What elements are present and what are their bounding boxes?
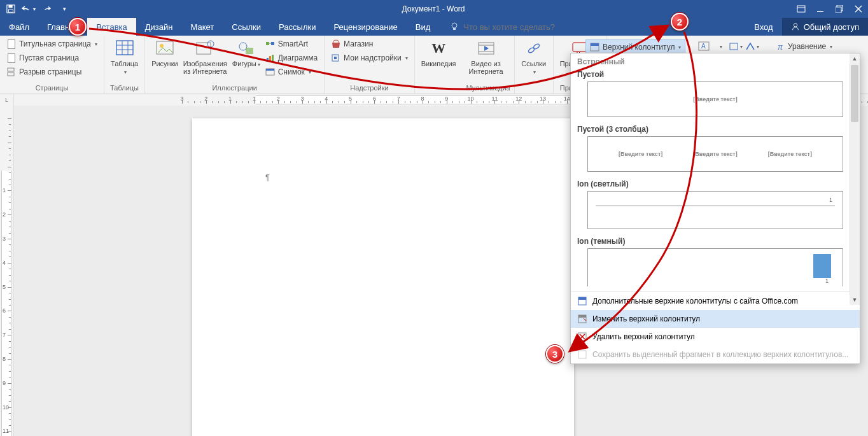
group-media: Видео изИнтернета Мультимедиа bbox=[463, 36, 515, 94]
screenshot-button[interactable]: Снимок▾ bbox=[263, 65, 320, 79]
text-tools-2: ▾ ▾ bbox=[728, 39, 760, 53]
cover-page-button[interactable]: Титульная страница▾ bbox=[4, 37, 100, 51]
callout-badge-1: 1 bbox=[69, 18, 87, 36]
tab-review[interactable]: Рецензирование bbox=[325, 18, 406, 36]
tab-view[interactable]: Вид bbox=[407, 18, 440, 36]
svg-rect-2 bbox=[9, 10, 13, 12]
minimize-button[interactable] bbox=[811, 0, 830, 18]
save-selection-gallery: Сохранить выделенный фрагмент в коллекци… bbox=[571, 346, 860, 363]
ribbon-display-button[interactable] bbox=[792, 0, 811, 18]
svg-rect-26 bbox=[266, 42, 269, 45]
svg-rect-27 bbox=[271, 42, 274, 45]
page[interactable] bbox=[192, 118, 574, 436]
gallery-scrollbar[interactable]: ▲ ▼ bbox=[850, 53, 860, 305]
tab-mailings[interactable]: Рассылки bbox=[270, 18, 325, 36]
group-illustrations-label: Иллюстрации bbox=[149, 83, 320, 94]
svg-rect-33 bbox=[266, 69, 274, 71]
remove-header[interactable]: Удалить верхний колонтитул bbox=[571, 328, 860, 346]
quick-access-toolbar: ▾ ▾ bbox=[0, 1, 75, 17]
equation-button[interactable]: π Уравнение▾ bbox=[773, 39, 835, 53]
gallery-item-ion-light[interactable]: Ion (светлый) 1 bbox=[571, 177, 860, 234]
svg-rect-15 bbox=[116, 41, 133, 55]
quick-parts-button[interactable]: ▾ bbox=[728, 39, 743, 53]
svg-rect-1 bbox=[9, 5, 13, 8]
group-links: Ссылки▾ bbox=[515, 36, 554, 94]
tab-insert[interactable]: Вставка bbox=[87, 18, 136, 36]
store-button[interactable]: Магазин bbox=[328, 37, 410, 51]
tab-file[interactable]: Файл bbox=[0, 18, 38, 36]
my-addins-button[interactable]: Мои надстройки▾ bbox=[328, 51, 410, 65]
svg-rect-22 bbox=[197, 43, 211, 54]
close-button[interactable] bbox=[849, 0, 868, 18]
svg-point-12 bbox=[794, 24, 797, 27]
svg-rect-3 bbox=[797, 6, 805, 12]
scroll-thumb[interactable] bbox=[851, 65, 858, 122]
svg-rect-50 bbox=[578, 315, 586, 318]
svg-rect-11 bbox=[453, 28, 456, 30]
ruler-corner[interactable]: L bbox=[0, 94, 14, 106]
svg-rect-35 bbox=[334, 57, 337, 59]
pictures-button[interactable]: Рисунки bbox=[149, 37, 181, 69]
window-controls bbox=[792, 0, 868, 18]
svg-rect-7 bbox=[836, 7, 841, 13]
scroll-down-icon[interactable]: ▼ bbox=[850, 295, 860, 305]
svg-rect-30 bbox=[269, 56, 271, 62]
svg-rect-43 bbox=[591, 43, 599, 46]
svg-point-10 bbox=[452, 23, 457, 28]
save-button[interactable] bbox=[3, 1, 19, 17]
qat-customize-button[interactable]: ▾ bbox=[56, 1, 73, 17]
svg-rect-48 bbox=[578, 297, 586, 300]
vertical-ruler[interactable]: 123456789101112 bbox=[0, 94, 14, 436]
gallery-item-blank[interactable]: Пустой [Введите текст] bbox=[571, 67, 860, 122]
svg-rect-41 bbox=[573, 43, 587, 52]
tab-design[interactable]: Дизайн bbox=[136, 18, 182, 36]
edit-header[interactable]: Изменить верхний колонтитул bbox=[571, 310, 860, 328]
header-gallery-dropdown: ▲ ▼ Встроенный Пустой [Введите текст] Пу… bbox=[570, 53, 860, 364]
ribbon-tabs: Файл Главная Вставка Дизайн Макет Ссылки… bbox=[0, 18, 868, 36]
svg-text:A: A bbox=[701, 43, 706, 50]
group-media-label: Мультимедиа bbox=[466, 83, 510, 94]
restore-button[interactable] bbox=[830, 0, 849, 18]
page-break-button[interactable]: Разрыв страницы bbox=[4, 65, 100, 79]
undo-button[interactable]: ▾ bbox=[20, 1, 37, 17]
group-tables-label: Таблицы bbox=[108, 83, 141, 94]
gallery-item-blank-3col[interactable]: Пустой (3 столбца) [Введите текст] [Введ… bbox=[571, 122, 860, 177]
textbox-button[interactable]: A bbox=[696, 39, 711, 53]
online-pictures-button[interactable]: Изображенияиз Интернета bbox=[181, 37, 230, 76]
svg-point-40 bbox=[533, 43, 540, 50]
wordart-button[interactable]: ▾ bbox=[745, 39, 760, 53]
svg-rect-25 bbox=[246, 48, 253, 54]
share-button[interactable]: Общий доступ bbox=[782, 18, 868, 36]
share-label: Общий доступ bbox=[804, 22, 859, 32]
tab-references[interactable]: Ссылки bbox=[223, 18, 270, 36]
redo-button[interactable] bbox=[38, 1, 55, 17]
document-title: Документ1 - Word bbox=[75, 4, 792, 13]
scroll-up-icon[interactable]: ▲ bbox=[850, 53, 860, 64]
tell-me-input[interactable] bbox=[463, 22, 591, 32]
sign-in-button[interactable]: Вход bbox=[745, 18, 781, 36]
tab-layout[interactable]: Макет bbox=[181, 18, 223, 36]
callout-badge-2: 2 bbox=[671, 13, 689, 31]
svg-rect-20 bbox=[157, 41, 173, 54]
callout-badge-3: 3 bbox=[546, 345, 564, 363]
smartart-button[interactable]: SmartArt bbox=[263, 37, 320, 51]
online-video-button[interactable]: Видео изИнтернета bbox=[466, 37, 506, 76]
table-button[interactable]: Таблица▾ bbox=[108, 37, 141, 78]
shapes-button[interactable]: Фигуры▾ bbox=[230, 37, 263, 70]
tell-me-search[interactable] bbox=[449, 18, 591, 36]
chart-button[interactable]: Диаграмма bbox=[263, 51, 320, 65]
group-addins-label: Надстройки bbox=[328, 83, 410, 94]
gallery-section-builtin: Встроенный bbox=[571, 53, 860, 67]
text-group-tools: A ▾ bbox=[696, 39, 728, 53]
svg-point-21 bbox=[160, 44, 164, 48]
group-illustrations: Рисунки Изображенияиз Интернета Фигуры▾ … bbox=[145, 36, 325, 94]
links-button[interactable]: Ссылки▾ bbox=[519, 37, 549, 78]
title-bar: ▾ ▾ Документ1 - Word bbox=[0, 0, 868, 18]
svg-rect-29 bbox=[267, 58, 269, 62]
group-tables: Таблица▾ Таблицы bbox=[104, 36, 145, 94]
textbox-dropdown[interactable]: ▾ bbox=[713, 39, 728, 53]
blank-page-button[interactable]: Пустая страница bbox=[4, 51, 100, 65]
more-headers-office[interactable]: Дополнительные верхние колонтитулы с сай… bbox=[571, 292, 860, 310]
wikipedia-button[interactable]: WВикипедия bbox=[419, 37, 459, 69]
gallery-item-ion-dark[interactable]: Ion (темный) 1 bbox=[571, 234, 860, 292]
